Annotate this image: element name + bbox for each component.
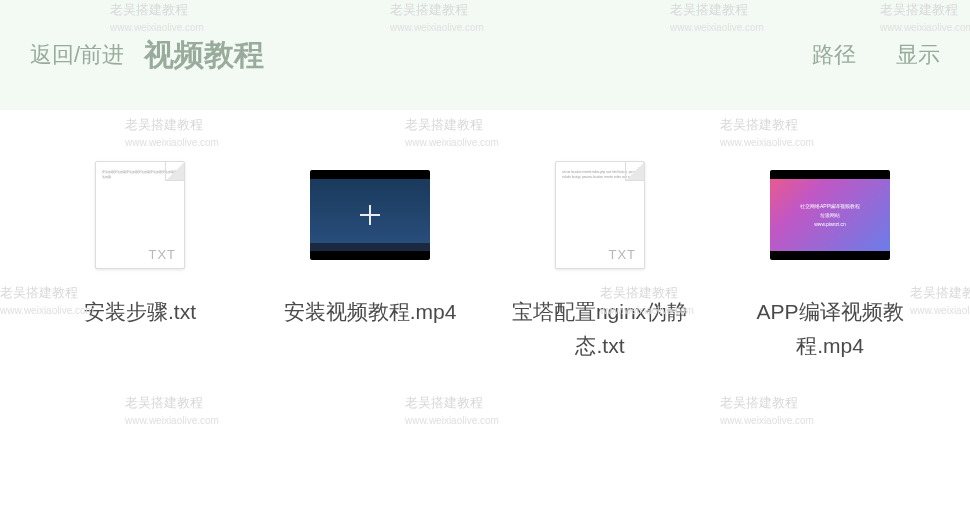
txt-file-icon: 安装步骤安装步骤安装步骤安装步骤安装步骤安装步骤安装步骤 TXT: [95, 161, 185, 269]
desktop-preview: [310, 179, 430, 251]
file-name: APP编译视频教程.mp4: [725, 295, 935, 362]
action-path[interactable]: 路径: [812, 40, 856, 70]
file-name: 宝塔配置nginx伪静态.txt: [495, 295, 705, 362]
nav-back-forward[interactable]: 返回/前进: [30, 40, 124, 70]
file-item[interactable]: server location rewrite index.php root h…: [490, 160, 710, 362]
file-item[interactable]: 社交网络APP编译视频教程 垃圾网站 www.pianzi.cn APP编译视频…: [720, 160, 940, 362]
video-file-icon: 社交网络APP编译视频教程 垃圾网站 www.pianzi.cn: [770, 170, 890, 260]
header-bar: 返回/前进 视频教程 路径 显示: [0, 0, 970, 110]
file-thumbnail: 社交网络APP编译视频教程 垃圾网站 www.pianzi.cn: [770, 160, 890, 270]
file-name: 安装步骤.txt: [84, 295, 196, 329]
file-thumbnail: server location rewrite index.php root h…: [540, 160, 660, 270]
action-display[interactable]: 显示: [896, 40, 940, 70]
header-right: 路径 显示: [812, 40, 940, 70]
watermark: 老吴搭建教程www.weixiaolive.com: [125, 395, 219, 429]
file-name: 安装视频教程.mp4: [284, 295, 457, 329]
file-thumbnail: [310, 160, 430, 270]
watermark: 老吴搭建教程www.weixiaolive.com: [405, 395, 499, 429]
page-title: 视频教程: [144, 35, 264, 76]
header-left: 返回/前进 视频教程: [30, 35, 264, 76]
video-file-icon: [310, 170, 430, 260]
file-ext-label: TXT: [148, 247, 176, 262]
file-ext-label: TXT: [608, 247, 636, 262]
file-thumbnail: 安装步骤安装步骤安装步骤安装步骤安装步骤安装步骤安装步骤 TXT: [80, 160, 200, 270]
file-item[interactable]: 安装视频教程.mp4: [260, 160, 480, 362]
file-grid: 安装步骤安装步骤安装步骤安装步骤安装步骤安装步骤安装步骤 TXT 安装步骤.tx…: [0, 110, 970, 362]
watermark: 老吴搭建教程www.weixiaolive.com: [720, 395, 814, 429]
file-item[interactable]: 安装步骤安装步骤安装步骤安装步骤安装步骤安装步骤安装步骤 TXT 安装步骤.tx…: [30, 160, 250, 362]
app-preview: 社交网络APP编译视频教程 垃圾网站 www.pianzi.cn: [770, 179, 890, 251]
txt-file-icon: server location rewrite index.php root h…: [555, 161, 645, 269]
